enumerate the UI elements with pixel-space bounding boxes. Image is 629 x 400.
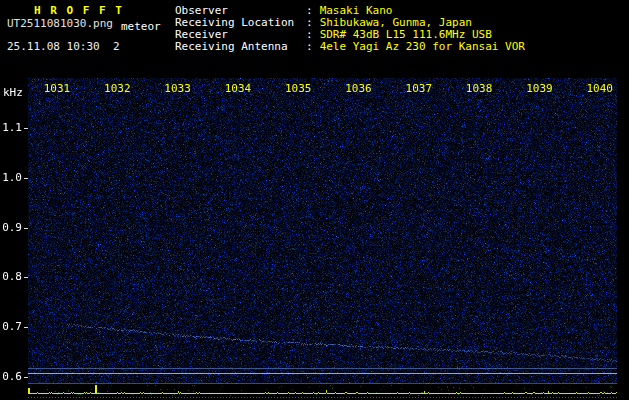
spectrogram-canvas <box>28 78 617 384</box>
colon: : <box>306 40 313 53</box>
y-tick-label: 1.0 <box>2 172 22 184</box>
header-field-label: Receiving Antenna <box>175 41 288 53</box>
hrofft-screen: H R O F F T UT2511081030.png meteor 25.1… <box>0 0 629 400</box>
level-meter-canvas <box>28 385 617 400</box>
y-axis-unit: kHz <box>3 87 23 99</box>
y-tick-label: 0.6 <box>2 371 22 383</box>
header-field-row: :4ele Yagi Az 230 for Kansai VOR <box>306 41 525 53</box>
y-tick-label: 0.7 <box>2 321 22 333</box>
mode-label: meteor <box>121 21 161 33</box>
header-field-value: 4ele Yagi Az 230 for Kansai VOR <box>320 40 525 53</box>
output-filename: UT2511081030.png <box>7 18 113 30</box>
datetime-label: 25.11.08 10:30 2 <box>7 41 120 53</box>
app-title: H R O F F T <box>34 5 123 17</box>
y-tick-label: 0.8 <box>2 271 22 283</box>
y-tick-label: 1.1 <box>2 122 22 134</box>
y-tick-label: 0.9 <box>2 222 22 234</box>
